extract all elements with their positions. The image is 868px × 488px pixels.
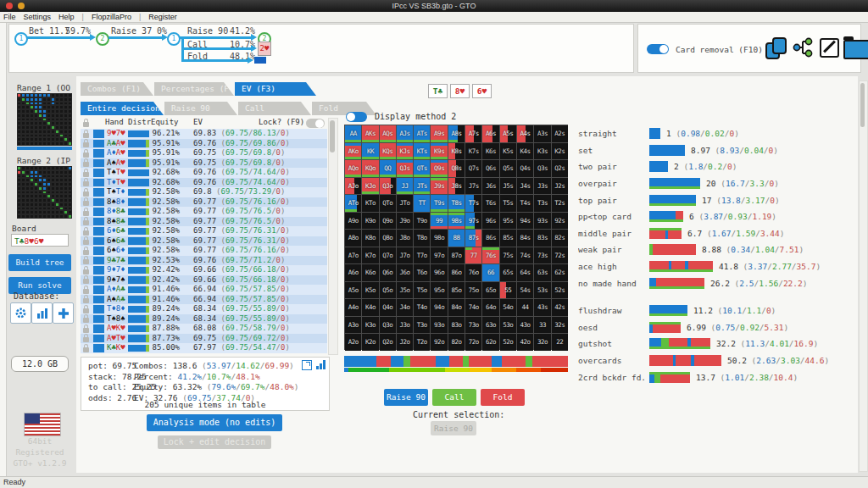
matrix-cell-83o[interactable]: 83o — [448, 317, 465, 334]
popout-icon[interactable] — [302, 360, 312, 370]
matrix-cell-53o[interactable]: 53o — [500, 317, 516, 334]
table-row[interactable]: A♠A♥95.91%69.75 (69.75/69.8/0) — [81, 158, 327, 169]
row-select-cell[interactable] — [93, 315, 104, 324]
matrix-cell-j8o[interactable]: J8o — [397, 230, 413, 247]
matrix-cell-t7o[interactable]: T7o — [414, 247, 430, 264]
table-row[interactable]: T♦8♦89.24%68.34 (69.75/55.89/0) — [81, 304, 327, 314]
matrix-cell-t2s[interactable]: T2s — [552, 195, 568, 212]
matrix-cell-q3o[interactable]: Q3o — [380, 317, 396, 334]
matrix-cell-ajs[interactable]: AJs — [397, 125, 413, 142]
row-lock-icon[interactable] — [83, 240, 89, 245]
table-row[interactable]: T♠T♦92.58%69.8 (69.75/73.29/0) — [81, 187, 327, 197]
row-lock-icon[interactable] — [83, 142, 89, 147]
tab-raise-90[interactable]: Raise 90 — [164, 102, 237, 115]
category-row-set[interactable]: set8.97 (8.93/0.04/0) — [578, 142, 858, 159]
matrix-cell-64o[interactable]: 64o — [482, 299, 498, 316]
matrix-cell-a2s[interactable]: A2s — [552, 125, 568, 142]
matrix-cell-j4o[interactable]: J4o — [397, 299, 413, 316]
matrix-cell-qjs[interactable]: QJs — [397, 160, 413, 177]
col-hand[interactable]: Hand — [105, 118, 124, 126]
matrix-cell-k5s[interactable]: K5s — [500, 143, 516, 160]
matrix-cell-72o[interactable]: 72o — [465, 334, 481, 351]
matrix-cell-kto[interactable]: KTo — [362, 195, 378, 212]
tree-node-3[interactable]: 1 — [167, 32, 181, 46]
left-divider[interactable] — [0, 23, 7, 476]
matrix-cell-74o[interactable]: 74o — [465, 299, 481, 316]
row-select-cell[interactable] — [93, 227, 104, 236]
matrix-cell-q9s[interactable]: Q9s — [431, 160, 447, 177]
table-row[interactable]: T♦T♥92.68%69.76 (69.75/74.64/0) — [81, 178, 327, 188]
menu-item-file[interactable]: File — [3, 13, 16, 21]
matrix-cell-97s[interactable]: 97s — [465, 213, 481, 230]
matrix-cell-a4s[interactable]: A4s — [517, 125, 533, 142]
matrix-cell-q8o[interactable]: Q8o — [380, 230, 396, 247]
matrix-cell-q6s[interactable]: Q6s — [482, 160, 498, 177]
row-lock-icon[interactable] — [83, 318, 89, 323]
row-select-cell[interactable] — [93, 140, 104, 148]
row-select-cell[interactable] — [93, 198, 104, 207]
matrix-cell-87s[interactable]: 87s — [465, 230, 481, 247]
matrix-cell-82s[interactable]: 82s — [552, 230, 568, 247]
col-equity[interactable]: Equity — [151, 118, 179, 126]
row-lock-icon[interactable] — [83, 191, 89, 197]
row-lock-icon[interactable] — [83, 298, 89, 303]
row-lock-icon[interactable] — [83, 230, 89, 236]
row-lock-icon[interactable] — [83, 162, 89, 167]
row-lock-icon[interactable] — [83, 259, 89, 264]
card-removal-toggle[interactable] — [647, 44, 669, 54]
matrix-cell-k2s[interactable]: K2s — [552, 143, 568, 160]
matrix-cell-62o[interactable]: 62o — [482, 334, 498, 351]
row-lock-icon[interactable] — [83, 152, 89, 158]
matrix-cell-j7s[interactable]: J7s — [465, 178, 481, 195]
table-row[interactable]: T♠T♥92.68%69.76 (69.75/74.64/0) — [81, 168, 327, 178]
matrix-cell-54s[interactable]: 54s — [517, 282, 533, 299]
matrix-cell-95s[interactable]: 95s — [500, 213, 516, 230]
category-row-overpair[interactable]: overpair20 (16.7/3.3/0) — [578, 175, 858, 192]
range1-thumbnail[interactable] — [17, 93, 72, 146]
tree-node-2[interactable]: 2 — [96, 32, 109, 46]
menu-item-flopzillapro[interactable]: FlopzillaPro — [92, 13, 131, 21]
menu-item-help[interactable]: Help — [58, 13, 75, 21]
matrix-cell-a3o[interactable]: A3o — [345, 317, 361, 334]
table-row[interactable]: A♦A♥95.91%69.75 (69.75/69.8/0) — [81, 148, 327, 158]
matrix-cell-k6s[interactable]: K6s — [482, 143, 498, 160]
matrix-cell-aks[interactable]: AKs — [362, 125, 378, 142]
category-row-straight[interactable]: straight1 (0.98/0.02/0) — [578, 125, 858, 142]
row-select-cell[interactable] — [93, 276, 104, 285]
matrix-cell-55[interactable]: 55 — [500, 282, 516, 299]
category-row-middle-pair[interactable]: middle pair6.7 (1.67/1.59/3.44) — [578, 225, 858, 242]
matrix-cell-92s[interactable]: 92s — [552, 213, 568, 230]
matrix-cell-k3s[interactable]: K3s — [534, 143, 550, 160]
matrix-cell-ato[interactable]: ATo — [345, 195, 361, 212]
matrix-cell-a9o[interactable]: A9o — [345, 213, 361, 230]
row-lock-icon[interactable] — [83, 211, 89, 216]
matrix-cell-a9s[interactable]: A9s — [431, 125, 447, 142]
row-lock-icon[interactable] — [83, 201, 89, 206]
matrix-cell-t9s[interactable]: T9s — [431, 195, 447, 212]
row-lock-icon[interactable] — [83, 347, 89, 352]
table-row[interactable]: A♥K♥87.88%68.08 (69.75/58.79/0) — [81, 324, 327, 334]
action-button-call[interactable]: Call — [432, 389, 476, 406]
matrix-cell-97o[interactable]: 97o — [431, 247, 447, 264]
tab-combos-f1-[interactable]: Combos (F1) — [81, 82, 153, 96]
matrix-cell-94s[interactable]: 94s — [517, 213, 533, 230]
matrix-cell-kk[interactable]: KK — [362, 143, 378, 160]
matrix-cell-aa[interactable]: AA — [345, 125, 361, 142]
row-select-cell[interactable] — [93, 237, 104, 246]
category-row-2crd-bckdr-fd-[interactable]: 2crd bckdr fd.13.7 (1.01/2.38/10.4) — [578, 369, 858, 385]
matrix-cell-t3o[interactable]: T3o — [414, 317, 430, 334]
tree-raise37-label[interactable]: Raise 37 — [111, 26, 152, 36]
table-row[interactable]: A♣A♥95.91%69.76 (69.75/69.86/0) — [81, 139, 327, 149]
matrix-cell-76s[interactable]: 76s — [482, 247, 498, 264]
matrix-cell-92o[interactable]: 92o — [431, 334, 447, 351]
row-select-cell[interactable] — [93, 286, 104, 294]
matrix-cell-j6s[interactable]: J6s — [482, 178, 498, 195]
tree-node-1[interactable]: 1 — [14, 32, 28, 46]
matrix-cell-a4o[interactable]: A4o — [345, 299, 361, 316]
matrix-cell-qto[interactable]: QTo — [380, 195, 396, 212]
col-ev[interactable]: EV — [193, 118, 203, 126]
edit-icon[interactable] — [820, 38, 839, 58]
close-button[interactable] — [6, 3, 13, 9]
matrix-cell-22[interactable]: 22 — [552, 334, 568, 351]
matrix-cell-qts[interactable]: QTs — [414, 160, 430, 177]
